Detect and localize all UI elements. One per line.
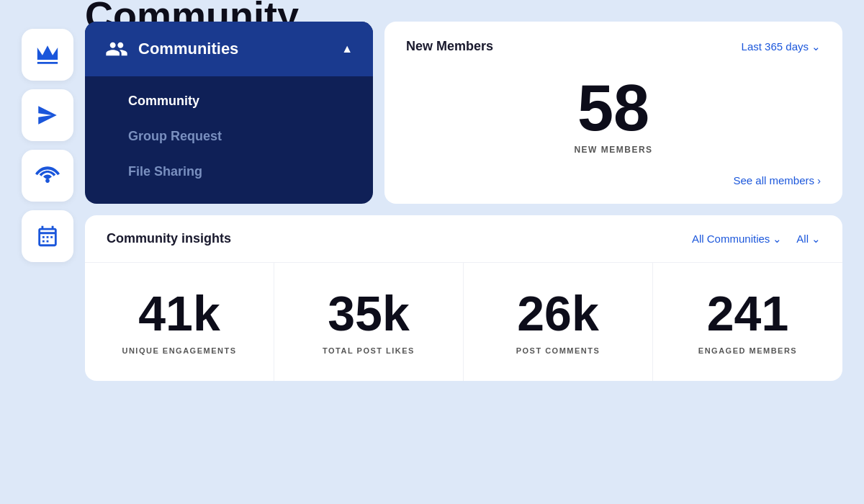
date-filter-chevron-icon: ⌄ [811, 40, 821, 53]
insights-card: Community insights All Communities ⌄ All… [85, 215, 842, 381]
engaged-members-cell: 241 ENGAGED MEMBERS [653, 263, 842, 381]
send-nav-button[interactable] [22, 89, 73, 141]
engaged-members-value: 241 [667, 289, 828, 338]
new-members-card: New Members Last 365 days ⌄ 58 NEW MEMBE… [384, 22, 842, 204]
insights-filters: All Communities ⌄ All ⌄ [692, 233, 821, 246]
communities-filter-chevron-icon: ⌄ [773, 233, 782, 246]
communities-dropdown: Communities ▲ Community Group Request Fi… [85, 22, 373, 204]
unique-engagements-value: 41k [99, 289, 259, 338]
unique-engagements-label: UNIQUE ENGAGEMENTS [99, 346, 259, 355]
date-filter-label: Last 365 days [742, 40, 809, 53]
dropdown-items-list: Community Group Request File Sharing [85, 76, 373, 204]
engaged-members-label: ENGAGED MEMBERS [667, 346, 828, 355]
send-icon [35, 103, 60, 127]
see-all-label: See all members [733, 174, 814, 186]
dropdown-item-group-request[interactable]: Group Request [85, 119, 373, 154]
total-post-likes-cell: 35k TOTAL POST LIKES [274, 263, 464, 381]
total-post-likes-label: TOTAL POST LIKES [289, 346, 449, 355]
dropdown-header[interactable]: Communities ▲ [85, 22, 373, 76]
post-comments-value: 26k [478, 289, 638, 338]
communities-icon [105, 37, 128, 60]
icon-sidebar [22, 22, 73, 482]
see-all-arrow-icon: › [817, 174, 821, 186]
post-comments-label: POST COMMENTS [478, 346, 638, 355]
calendar-nav-button[interactable] [22, 210, 73, 262]
community-wifi-icon [35, 163, 60, 188]
all-communities-filter[interactable]: All Communities ⌄ [692, 233, 782, 246]
communities-label: Communities [138, 40, 238, 58]
dropdown-chevron-icon: ▲ [341, 42, 353, 55]
new-members-header: New Members Last 365 days ⌄ [406, 39, 821, 54]
new-members-title: New Members [406, 39, 493, 54]
all-filter-chevron-icon: ⌄ [811, 233, 821, 246]
insights-grid: 41k UNIQUE ENGAGEMENTS 35k TOTAL POST LI… [85, 263, 842, 381]
main-content: Communities ▲ Community Group Request Fi… [85, 22, 842, 482]
all-communities-label: All Communities [692, 233, 770, 245]
app-container: Community [22, 22, 842, 482]
all-filter[interactable]: All ⌄ [796, 233, 821, 246]
insights-header: Community insights All Communities ⌄ All… [85, 215, 842, 263]
new-members-count-label: NEW MEMBERS [406, 145, 821, 155]
insights-title: Community insights [107, 231, 231, 246]
all-filter-label: All [796, 233, 809, 245]
dropdown-item-community[interactable]: Community [85, 84, 373, 119]
date-filter-button[interactable]: Last 365 days ⌄ [742, 40, 821, 53]
top-row: Communities ▲ Community Group Request Fi… [85, 22, 842, 204]
crown-icon [35, 42, 60, 67]
see-all-members-link[interactable]: See all members › [406, 174, 821, 186]
community-nav-button[interactable] [22, 150, 73, 202]
total-post-likes-value: 35k [289, 289, 449, 338]
new-members-count: 58 [406, 76, 821, 140]
post-comments-cell: 26k POST COMMENTS [464, 263, 653, 381]
calendar-icon [35, 224, 60, 248]
unique-engagements-cell: 41k UNIQUE ENGAGEMENTS [85, 263, 274, 381]
dropdown-item-file-sharing[interactable]: File Sharing [85, 154, 373, 189]
dropdown-header-left: Communities [105, 37, 238, 60]
crown-nav-button[interactable] [22, 29, 73, 81]
